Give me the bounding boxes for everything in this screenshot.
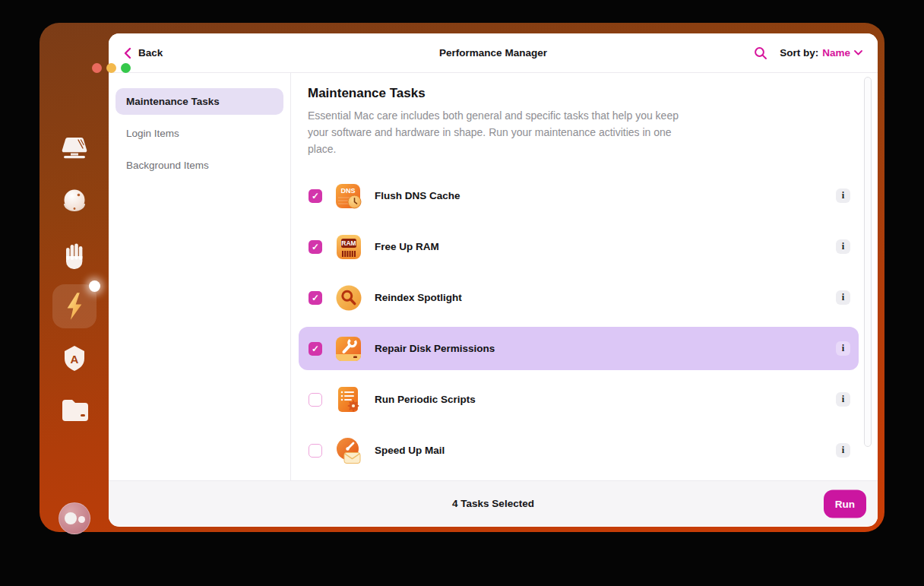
applications-icon: A: [62, 345, 87, 374]
checkbox-checked[interactable]: [309, 240, 322, 254]
files-folder-icon: [61, 398, 88, 421]
sort-by-dropdown[interactable]: Sort by: Name: [780, 47, 862, 59]
info-button[interactable]: i: [836, 341, 850, 356]
dock-item-applications[interactable]: A: [62, 345, 87, 374]
app-window: A Back: [40, 23, 884, 532]
task-label: Flush DNS Cache: [375, 190, 460, 201]
back-label: Back: [138, 47, 163, 59]
task-label: Repair Disk Permissions: [375, 343, 495, 354]
ram-chip-icon: RAM: [335, 233, 362, 261]
cleanup-orb-icon: [61, 188, 88, 217]
info-button[interactable]: i: [836, 290, 850, 305]
scrollbar[interactable]: [864, 77, 872, 447]
tasks-selected-status: 4 Tasks Selected: [452, 498, 534, 509]
checkbox-checked[interactable]: [309, 291, 322, 305]
svg-text:A: A: [70, 353, 78, 366]
close-button[interactable]: [92, 63, 102, 73]
task-label: Run Periodic Scripts: [375, 394, 476, 405]
info-button[interactable]: i: [836, 239, 850, 254]
info-button[interactable]: i: [836, 392, 850, 407]
minimize-button[interactable]: [106, 63, 116, 73]
task-row-speed-up-mail[interactable]: Speed Up Mail i: [299, 429, 859, 472]
checkbox-unchecked[interactable]: [309, 393, 322, 407]
assistant-avatar-icon: [59, 502, 90, 534]
svg-text:RAM: RAM: [341, 239, 356, 247]
section-description: Essential Mac care includes both general…: [308, 107, 694, 157]
maximize-button[interactable]: [121, 63, 131, 73]
task-label: Reindex Spotlight: [375, 292, 462, 303]
task-row-flush-dns-cache[interactable]: DNS Flush DNS Cache i: [299, 174, 859, 217]
task-row-run-periodic-scripts[interactable]: Run Periodic Scripts i: [299, 378, 859, 421]
section-nav: Maintenance Tasks Login Items Background…: [109, 73, 291, 480]
task-row-free-up-ram[interactable]: RAM Free Up RAM i: [299, 225, 859, 268]
checkbox-checked[interactable]: [309, 342, 322, 356]
sort-by-label: Sort by:: [780, 47, 818, 59]
dock-item-protection[interactable]: [62, 242, 87, 269]
task-list: DNS Flush DNS Cache i: [299, 174, 859, 493]
task-pane: Maintenance Tasks Essential Mac care inc…: [291, 73, 878, 480]
dns-cache-icon: DNS: [335, 182, 362, 210]
dock-item-cleanup[interactable]: [61, 188, 88, 217]
disk-wrench-icon: [335, 335, 362, 363]
task-row-repair-disk-permissions[interactable]: Repair Disk Permissions i: [299, 327, 859, 370]
dock-item-assistant[interactable]: [59, 502, 90, 534]
mac-display-icon: [60, 137, 89, 160]
spotlight-magnifier-icon: [335, 284, 362, 312]
chevron-down-icon: [854, 50, 862, 55]
speed-lightning-icon: [62, 290, 87, 322]
protection-hand-icon: [62, 242, 87, 269]
info-button[interactable]: i: [836, 188, 850, 203]
nav-item-background-items[interactable]: Background Items: [115, 152, 283, 179]
nav-item-maintenance-tasks[interactable]: Maintenance Tasks: [115, 88, 283, 115]
chevron-left-icon: [124, 47, 131, 59]
sort-value: Name: [822, 47, 850, 59]
notification-dot: [89, 280, 100, 292]
task-label: Speed Up Mail: [375, 445, 445, 456]
card-header: Back Performance Manager Sort by: Name: [109, 33, 878, 73]
dock-item-files[interactable]: [61, 398, 88, 421]
dock-item-speed-selected[interactable]: [52, 284, 97, 328]
checkbox-checked[interactable]: [309, 189, 322, 203]
task-label: Free Up RAM: [375, 241, 439, 252]
window-controls: [92, 63, 131, 73]
svg-text:DNS: DNS: [340, 187, 355, 195]
module-dock: A: [40, 23, 109, 532]
section-heading: Maintenance Tasks: [308, 85, 878, 101]
mail-speedometer-icon: [335, 437, 362, 464]
info-button[interactable]: i: [836, 443, 850, 458]
back-button[interactable]: Back: [124, 47, 163, 59]
dock-item-mac[interactable]: [60, 137, 89, 160]
content-card: Back Performance Manager Sort by: Name: [109, 33, 878, 527]
nav-item-login-items[interactable]: Login Items: [115, 120, 283, 147]
scripts-gear-icon: [335, 386, 362, 413]
checkbox-unchecked[interactable]: [309, 444, 322, 458]
search-icon[interactable]: [754, 46, 767, 60]
run-button[interactable]: Run: [824, 489, 866, 518]
task-row-reindex-spotlight[interactable]: Reindex Spotlight i: [299, 276, 859, 319]
card-footer: 4 Tasks Selected Run: [109, 480, 878, 526]
